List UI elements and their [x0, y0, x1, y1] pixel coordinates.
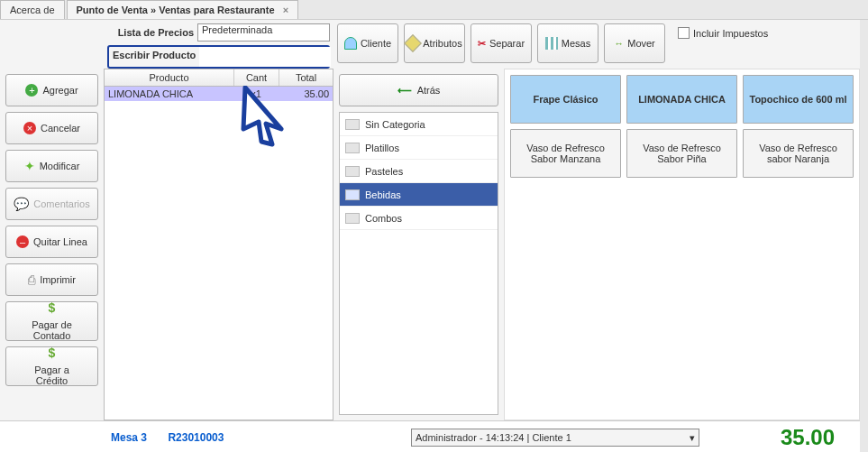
- bubble-icon: 💬: [14, 197, 29, 211]
- back-arrow-icon: ⟵: [397, 85, 412, 97]
- product-limonada-chica[interactable]: LIMONADA CHICA: [626, 75, 737, 124]
- folder-icon: [345, 143, 360, 153]
- include-tax-checkbox[interactable]: [678, 27, 690, 39]
- separar-button[interactable]: ✂Separar: [471, 23, 532, 63]
- category-bebidas[interactable]: Bebidas: [340, 183, 498, 207]
- product-frape-clasico[interactable]: Frape Clásico: [510, 75, 621, 124]
- printer-icon: ⎙: [28, 272, 35, 287]
- dollar-icon: $: [49, 301, 56, 315]
- mesa-label: Mesa 3: [111, 431, 147, 444]
- folder-icon: [345, 119, 360, 130]
- product-topochico[interactable]: Topochico de 600 ml: [743, 75, 854, 124]
- tab-close-icon[interactable]: ×: [283, 5, 288, 15]
- move-icon: ↔: [614, 38, 624, 49]
- product-refresco-manzana[interactable]: Vaso de Refresco Sabor Manzana: [510, 129, 621, 178]
- category-combos[interactable]: Combos: [340, 207, 498, 230]
- tab-main-label: Punto de Venta » Ventas para Restaurante: [77, 5, 275, 15]
- folder-icon: [345, 189, 360, 200]
- order-table: Producto Cant Total LIMONADA CHICA x1 35…: [104, 69, 333, 420]
- product-refresco-pina[interactable]: Vaso de Refresco Sabor Piña: [626, 129, 737, 178]
- agregar-button[interactable]: +Agregar: [5, 74, 98, 106]
- cliente-button[interactable]: Cliente: [337, 23, 398, 63]
- category-pasteles[interactable]: Pasteles: [340, 160, 498, 183]
- search-input[interactable]: [199, 47, 331, 67]
- tag-icon: [404, 34, 422, 52]
- category-platillos[interactable]: Platillos: [340, 136, 498, 160]
- quitar-linea-button[interactable]: –Quitar Linea: [5, 226, 98, 258]
- category-list: Sin Categoria Platillos Pasteles Bebidas…: [339, 112, 498, 415]
- atributos-button[interactable]: Atributos: [404, 23, 465, 63]
- imprimir-button[interactable]: ⎙Imprimir: [5, 263, 98, 296]
- cell-producto: LIMONADA CHICA: [105, 87, 233, 101]
- pagar-contado-button[interactable]: $Pagar deContado: [5, 301, 98, 341]
- pagar-credito-button[interactable]: $Pagar aCrédito: [5, 346, 98, 386]
- search-label: Escribir Producto: [109, 47, 199, 67]
- include-tax-label: Incluir Impuestos: [693, 28, 768, 39]
- folder-icon: [345, 213, 360, 224]
- atras-button[interactable]: ⟵Atrás: [339, 74, 498, 106]
- table-row[interactable]: LIMONADA CHICA x1 35.00: [105, 87, 333, 101]
- price-list-label: Lista de Precios: [107, 27, 197, 38]
- comentarios-button[interactable]: 💬Comentarios: [5, 188, 98, 220]
- price-list-select[interactable]: Predeterminada: [197, 23, 330, 42]
- user-icon: [344, 37, 357, 50]
- cancelar-button[interactable]: ×Cancelar: [5, 112, 98, 144]
- cell-cant: x1: [233, 87, 279, 101]
- order-total: 35.00: [699, 425, 853, 450]
- product-search[interactable]: Escribir Producto: [107, 45, 330, 69]
- plus-icon: +: [25, 84, 38, 97]
- cell-total: 35.00: [279, 87, 333, 101]
- tab-main[interactable]: Punto de Venta » Ventas para Restaurante…: [67, 0, 299, 19]
- mesas-button[interactable]: Mesas: [537, 23, 598, 63]
- ticket-number: R23010003: [168, 431, 224, 444]
- col-producto[interactable]: Producto: [105, 69, 233, 86]
- dollar-icon: $: [49, 346, 56, 360]
- col-total[interactable]: Total: [279, 69, 333, 86]
- chevron-down-icon: ▾: [690, 432, 695, 444]
- product-refresco-naranja[interactable]: Vaso de Refresco sabor Naranja: [743, 129, 854, 178]
- category-sin-categoria[interactable]: Sin Categoria: [340, 113, 498, 136]
- col-cant[interactable]: Cant: [233, 69, 279, 86]
- tables-icon: [545, 37, 558, 50]
- puzzle-icon: ✦: [24, 159, 35, 173]
- tab-about[interactable]: Acerca de: [0, 0, 65, 19]
- modificar-button[interactable]: ✦Modificar: [5, 150, 98, 182]
- minus-icon: –: [16, 235, 29, 248]
- folder-icon: [345, 166, 360, 177]
- admin-dropdown[interactable]: Administrador - 14:13:24 | Cliente 1 ▾: [411, 429, 699, 447]
- product-grid: Frape Clásico LIMONADA CHICA Topochico d…: [504, 69, 860, 420]
- mover-button[interactable]: ↔Mover: [604, 23, 665, 63]
- split-icon: ✂: [478, 38, 486, 50]
- x-icon: ×: [23, 122, 36, 134]
